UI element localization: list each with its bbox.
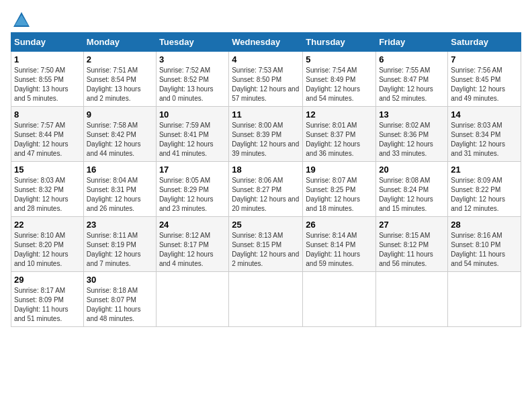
cell-text: Sunrise: 8:13 AMSunset: 8:15 PMDaylight:… [232,232,299,267]
weekday-header-thursday: Thursday [303,33,376,52]
cell-text: Sunrise: 7:50 AMSunset: 8:55 PMDaylight:… [14,66,69,102]
cell-text: Sunrise: 8:04 AMSunset: 8:31 PMDaylight:… [87,177,141,212]
weekday-header-sunday: Sunday [11,33,84,52]
calendar-cell: 18 Sunrise: 8:06 AMSunset: 8:27 PMDaylig… [229,162,303,217]
calendar-cell: 27 Sunrise: 8:15 AMSunset: 8:12 PMDaylig… [376,217,448,272]
day-number: 21 [451,165,518,175]
calendar-cell: 13 Sunrise: 8:02 AMSunset: 8:36 PMDaylig… [376,107,448,162]
day-number: 22 [14,220,81,230]
calendar-cell: 8 Sunrise: 7:57 AMSunset: 8:44 PMDayligh… [11,107,84,162]
cell-text: Sunrise: 7:56 AMSunset: 8:45 PMDaylight:… [451,66,505,102]
calendar-cell: 24 Sunrise: 8:12 AMSunset: 8:17 PMDaylig… [156,217,228,272]
logo [11,11,31,26]
calendar-cell: 2 Sunrise: 7:51 AMSunset: 8:54 PMDayligh… [83,52,156,107]
calendar-cell: 28 Sunrise: 8:16 AMSunset: 8:10 PMDaylig… [448,217,521,272]
calendar-week-1: 1 Sunrise: 7:50 AMSunset: 8:55 PMDayligh… [11,52,521,107]
cell-text: Sunrise: 8:10 AMSunset: 8:20 PMDaylight:… [14,232,69,267]
cell-text: Sunrise: 8:03 AMSunset: 8:34 PMDaylight:… [451,122,505,157]
svg-marker-1 [15,15,28,26]
day-number: 7 [451,54,518,64]
calendar-cell [376,272,448,327]
cell-text: Sunrise: 8:09 AMSunset: 8:22 PMDaylight:… [451,177,505,212]
calendar-week-5: 29 Sunrise: 8:17 AMSunset: 8:09 PMDaylig… [11,272,521,327]
calendar-cell [156,272,228,327]
cell-text: Sunrise: 7:57 AMSunset: 8:44 PMDaylight:… [14,122,69,157]
cell-text: Sunrise: 8:05 AMSunset: 8:29 PMDaylight:… [159,177,214,212]
cell-text: Sunrise: 7:51 AMSunset: 8:54 PMDaylight:… [87,66,141,102]
cell-text: Sunrise: 8:07 AMSunset: 8:25 PMDaylight:… [306,177,360,212]
weekday-header-tuesday: Tuesday [156,33,228,52]
calendar-week-4: 22 Sunrise: 8:10 AMSunset: 8:20 PMDaylig… [11,217,521,272]
cell-text: Sunrise: 8:06 AMSunset: 8:27 PMDaylight:… [232,177,299,212]
cell-text: Sunrise: 8:00 AMSunset: 8:39 PMDaylight:… [232,122,299,157]
calendar-cell: 23 Sunrise: 8:11 AMSunset: 8:19 PMDaylig… [83,217,156,272]
cell-text: Sunrise: 8:14 AMSunset: 8:14 PMDaylight:… [306,232,360,267]
weekday-header-wednesday: Wednesday [229,33,303,52]
day-number: 19 [306,165,373,175]
weekday-header-friday: Friday [376,33,448,52]
calendar-cell: 4 Sunrise: 7:53 AMSunset: 8:50 PMDayligh… [229,52,303,107]
cell-text: Sunrise: 8:02 AMSunset: 8:36 PMDaylight:… [379,122,433,157]
calendar-week-2: 8 Sunrise: 7:57 AMSunset: 8:44 PMDayligh… [11,107,521,162]
day-number: 2 [87,54,153,64]
day-number: 17 [159,165,226,175]
cell-text: Sunrise: 8:08 AMSunset: 8:24 PMDaylight:… [379,177,433,212]
day-number: 18 [232,165,300,175]
page-header [11,11,521,26]
calendar-cell: 7 Sunrise: 7:56 AMSunset: 8:45 PMDayligh… [448,52,521,107]
logo-icon [12,11,31,30]
calendar-cell: 19 Sunrise: 8:07 AMSunset: 8:25 PMDaylig… [303,162,376,217]
calendar-cell: 26 Sunrise: 8:14 AMSunset: 8:14 PMDaylig… [303,217,376,272]
calendar-cell: 15 Sunrise: 8:03 AMSunset: 8:32 PMDaylig… [11,162,84,217]
day-number: 29 [14,275,81,285]
day-number: 14 [451,109,518,120]
cell-text: Sunrise: 8:03 AMSunset: 8:32 PMDaylight:… [14,177,69,212]
weekday-header-monday: Monday [83,33,156,52]
calendar-cell [303,272,376,327]
calendar-week-3: 15 Sunrise: 8:03 AMSunset: 8:32 PMDaylig… [11,162,521,217]
day-number: 25 [232,220,300,230]
calendar-cell: 29 Sunrise: 8:17 AMSunset: 8:09 PMDaylig… [11,272,84,327]
cell-text: Sunrise: 7:53 AMSunset: 8:50 PMDaylight:… [232,66,299,102]
day-number: 6 [379,54,445,64]
calendar-cell: 30 Sunrise: 8:18 AMSunset: 8:07 PMDaylig… [83,272,156,327]
calendar-cell: 20 Sunrise: 8:08 AMSunset: 8:24 PMDaylig… [376,162,448,217]
calendar-cell: 22 Sunrise: 8:10 AMSunset: 8:20 PMDaylig… [11,217,84,272]
calendar-cell: 12 Sunrise: 8:01 AMSunset: 8:37 PMDaylig… [303,107,376,162]
weekday-header-saturday: Saturday [448,33,521,52]
weekday-header-row: SundayMondayTuesdayWednesdayThursdayFrid… [11,33,521,52]
calendar-cell: 3 Sunrise: 7:52 AMSunset: 8:52 PMDayligh… [156,52,228,107]
day-number: 10 [159,109,226,120]
calendar-cell: 6 Sunrise: 7:55 AMSunset: 8:47 PMDayligh… [376,52,448,107]
day-number: 13 [379,109,445,120]
cell-text: Sunrise: 8:18 AMSunset: 8:07 PMDaylight:… [87,287,141,322]
cell-text: Sunrise: 8:15 AMSunset: 8:12 PMDaylight:… [379,232,433,267]
cell-text: Sunrise: 7:58 AMSunset: 8:42 PMDaylight:… [87,122,141,157]
cell-text: Sunrise: 7:52 AMSunset: 8:52 PMDaylight:… [159,66,214,102]
calendar-cell: 9 Sunrise: 7:58 AMSunset: 8:42 PMDayligh… [83,107,156,162]
day-number: 5 [306,54,373,64]
calendar-cell [229,272,303,327]
day-number: 15 [14,165,81,175]
day-number: 30 [87,275,153,285]
calendar-cell: 17 Sunrise: 8:05 AMSunset: 8:29 PMDaylig… [156,162,228,217]
day-number: 11 [232,109,300,120]
cell-text: Sunrise: 7:55 AMSunset: 8:47 PMDaylight:… [379,66,433,102]
calendar-cell: 14 Sunrise: 8:03 AMSunset: 8:34 PMDaylig… [448,107,521,162]
day-number: 28 [451,220,518,230]
calendar-cell: 25 Sunrise: 8:13 AMSunset: 8:15 PMDaylig… [229,217,303,272]
day-number: 8 [14,109,81,120]
calendar-cell: 10 Sunrise: 7:59 AMSunset: 8:41 PMDaylig… [156,107,228,162]
cell-text: Sunrise: 8:11 AMSunset: 8:19 PMDaylight:… [87,232,141,267]
calendar-cell: 5 Sunrise: 7:54 AMSunset: 8:49 PMDayligh… [303,52,376,107]
day-number: 4 [232,54,300,64]
day-number: 26 [306,220,373,230]
day-number: 12 [306,109,373,120]
calendar-table: SundayMondayTuesdayWednesdayThursdayFrid… [11,32,521,327]
day-number: 23 [87,220,153,230]
cell-text: Sunrise: 8:12 AMSunset: 8:17 PMDaylight:… [159,232,214,267]
calendar-cell [448,272,521,327]
calendar-cell: 21 Sunrise: 8:09 AMSunset: 8:22 PMDaylig… [448,162,521,217]
calendar-cell: 1 Sunrise: 7:50 AMSunset: 8:55 PMDayligh… [11,52,84,107]
day-number: 1 [14,54,81,64]
